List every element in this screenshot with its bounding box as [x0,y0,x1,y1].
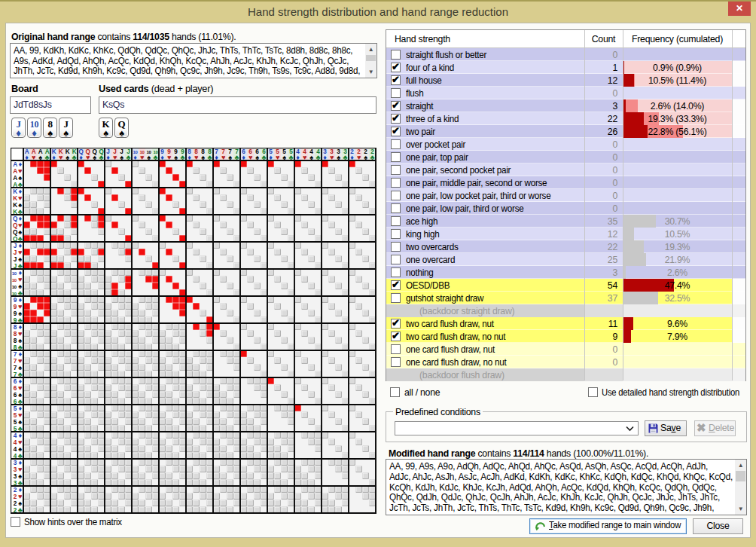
svg-text:10: 10 [12,278,17,283]
svg-text:J: J [14,243,17,249]
svg-text:4: 4 [14,439,17,446]
svg-text:J: J [14,256,17,263]
svg-text:6: 6 [14,392,17,399]
svg-text:8: 8 [14,324,17,331]
svg-text:K: K [13,202,17,209]
svg-text:5: 5 [14,419,17,426]
svg-text:4: 4 [14,446,17,453]
svg-text:4: 4 [14,432,17,439]
svg-text:10: 10 [12,271,17,276]
svg-text:K: K [13,188,17,195]
svg-text:7: 7 [14,351,17,358]
svg-text:10: 10 [12,292,17,296]
svg-text:2: 2 [14,487,17,494]
svg-text:7: 7 [14,358,17,365]
svg-text:8: 8 [14,331,17,338]
svg-text:3: 3 [14,460,17,466]
svg-text:10: 10 [12,285,17,289]
svg-text:K: K [13,195,17,202]
svg-text:2: 2 [14,494,17,500]
svg-text:Q: Q [13,222,18,229]
svg-text:A: A [13,161,17,168]
svg-text:6: 6 [14,385,17,392]
svg-text:8: 8 [14,338,17,344]
svg-text:A: A [13,168,17,175]
svg-text:5: 5 [14,405,17,412]
svg-text:A: A [13,175,17,182]
svg-text:6: 6 [14,378,17,385]
svg-text:3: 3 [14,466,17,473]
svg-text:5: 5 [14,412,17,419]
svg-text:9: 9 [14,297,17,304]
svg-text:Q: Q [13,215,18,222]
svg-text:3: 3 [14,473,17,480]
svg-text:7: 7 [14,365,17,371]
svg-text:9: 9 [14,304,17,310]
svg-text:9: 9 [14,310,17,317]
svg-text:J: J [14,249,17,256]
svg-text:2: 2 [14,500,17,507]
